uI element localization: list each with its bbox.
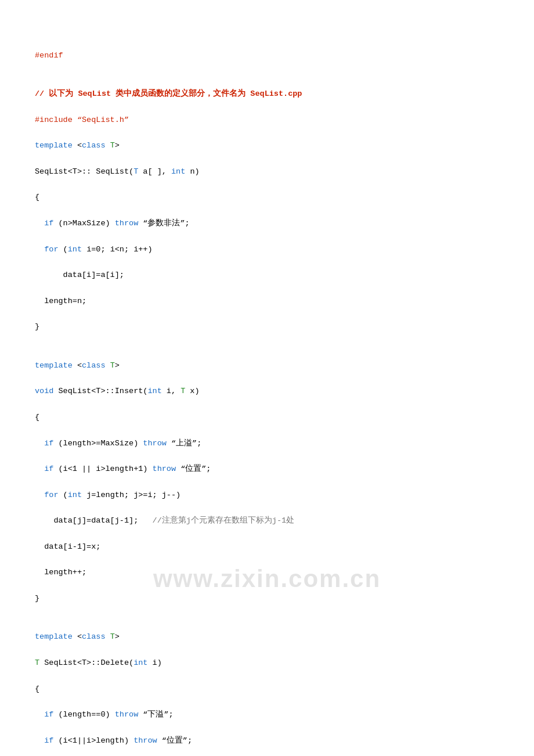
- kw-int4: int: [68, 491, 82, 499]
- kw-throw3: throw: [153, 465, 176, 473]
- line-endif: #endif: [35, 49, 499, 62]
- line-if1: if (n>MaxSize) throw “参数非法”;: [35, 217, 499, 230]
- kw-t-type: T: [134, 167, 138, 176]
- line-if3: if (i<1 || i>length+1) throw “位置”;: [35, 463, 499, 476]
- line-brace3: {: [35, 411, 499, 424]
- line-data-assign1: data[i]=a[i];: [35, 269, 499, 282]
- line-for2: for (int j=length; j>=i; j--): [35, 489, 499, 502]
- line-template1: template <class T>: [35, 139, 499, 152]
- line-delete-sig: T SeqList<T>::Delete(int i): [35, 657, 499, 669]
- cmt1: //注意第j个元素存在数组下标为j-1处: [153, 516, 295, 525]
- kw-void1: void: [35, 387, 53, 395]
- line-comment: // 以下为 SeqList 类中成员函数的定义部分，文件名为 SeqList.…: [35, 88, 499, 100]
- kw-if3: if: [44, 465, 53, 473]
- kw-if2: if: [44, 439, 53, 448]
- kw-throw5: throw: [134, 736, 157, 745]
- kw-for1: for: [44, 245, 58, 254]
- kw-int1: int: [171, 167, 185, 176]
- pp-include: #include “SeqList.h”: [35, 116, 129, 124]
- line-insert-sig: void SeqList<T>::Insert(int i, T x): [35, 385, 499, 398]
- line-blank: [35, 23, 499, 36]
- line-length1: length=n;: [35, 295, 499, 308]
- line-include: #include “SeqList.h”: [35, 114, 499, 127]
- bold-comment: // 以下为 SeqList 类中成员函数的定义部分，文件名为 SeqList.…: [35, 89, 302, 98]
- kw-if5: if: [44, 736, 53, 745]
- kw-template2: template: [35, 361, 73, 370]
- kw-for2: for: [44, 491, 58, 499]
- line-length2: length++;: [35, 566, 499, 579]
- line-template3: template <class T>: [35, 631, 499, 643]
- line-data-assign3: data[i-1]=x;: [35, 541, 499, 553]
- line-brace2: }: [35, 321, 499, 333]
- kw-if4: if: [44, 710, 53, 719]
- kw-if1: if: [44, 219, 53, 228]
- line-brace5: {: [35, 683, 499, 696]
- code-block: #endif // 以下为 SeqList 类中成员函数的定义部分，文件名为 S…: [35, 23, 499, 756]
- line-data-assign2: data[j]=data[j-1]; //注意第j个元素存在数组下标为j-1处: [35, 514, 499, 527]
- line-if5: if (i<1||i>length) throw “位置”;: [35, 735, 499, 747]
- line-for1: for (int i=0; i<n; i++): [35, 243, 499, 256]
- line-template2: template <class T>: [35, 359, 499, 372]
- kw-template3: template: [35, 632, 73, 641]
- kw-throw1: throw: [115, 219, 139, 228]
- line-if4: if (length==0) throw “下溢”;: [35, 708, 499, 721]
- kw-class: class: [82, 141, 106, 150]
- line-brace1: {: [35, 191, 499, 204]
- line-if2: if (length>=MaxSize) throw “上溢”;: [35, 437, 499, 450]
- kw-throw2: throw: [143, 439, 167, 448]
- kw-int3: int: [147, 387, 161, 395]
- kw-template: template: [35, 141, 73, 150]
- kw-int2: int: [68, 245, 82, 254]
- kw-class3: class: [82, 632, 106, 641]
- kw-throw4: throw: [115, 710, 139, 719]
- line-constructor-sig: SeqList<T>:: SeqList(T a[ ], int n): [35, 165, 499, 178]
- page: www.zixin.com.cn #endif // 以下为 SeqList 类…: [0, 0, 534, 756]
- kw-int5: int: [134, 658, 147, 667]
- pp-endif: #endif: [35, 51, 63, 60]
- kw-class2: class: [82, 361, 106, 370]
- line-brace4: }: [35, 592, 499, 605]
